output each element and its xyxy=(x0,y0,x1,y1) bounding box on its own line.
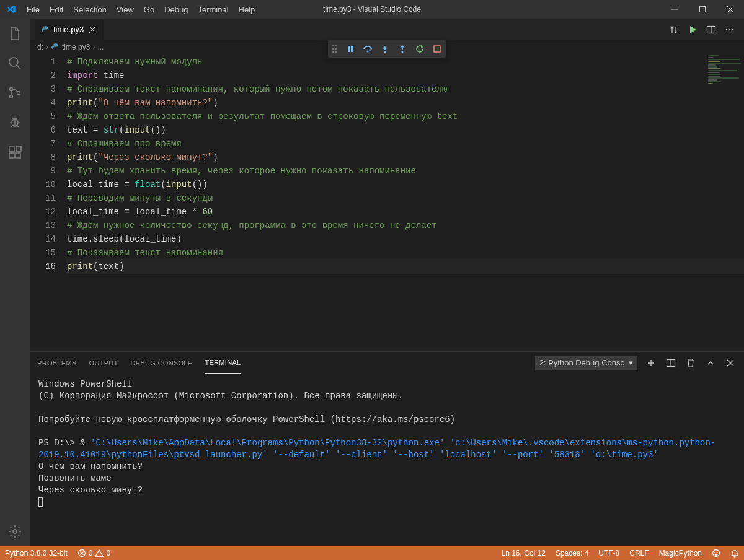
svg-point-4 xyxy=(17,92,20,95)
status-eol[interactable]: CRLF xyxy=(624,546,653,560)
code-line[interactable]: # Ждём нужное количество секунд, програм… xyxy=(67,219,744,232)
debug-pause-button[interactable] xyxy=(342,40,359,58)
svg-point-13 xyxy=(729,28,731,30)
window-maximize-button[interactable] xyxy=(688,0,716,19)
svg-point-3 xyxy=(10,95,13,98)
debug-toolbar-grip-icon[interactable] xyxy=(328,44,342,54)
terminal-command: 'C:\Users\Mike\AppData\Local\Programs\Py… xyxy=(38,438,715,460)
panel-tab-problems[interactable]: PROBLEMS xyxy=(37,352,77,374)
split-terminal-button[interactable] xyxy=(665,357,677,369)
code-lines[interactable]: # Подключаем нужный модульimport time# С… xyxy=(67,54,744,351)
code-line[interactable]: text = str(input()) xyxy=(67,123,744,137)
line-number: 13 xyxy=(30,219,56,232)
debug-step-into-button[interactable] xyxy=(376,40,394,58)
svg-rect-7 xyxy=(9,153,14,158)
code-line[interactable]: local_time = local_time * 60 xyxy=(67,205,744,219)
activity-settings-icon[interactable] xyxy=(0,517,30,546)
activity-extensions-icon[interactable] xyxy=(0,138,30,167)
debug-step-over-button[interactable] xyxy=(359,40,376,58)
line-number: 1 xyxy=(30,55,56,69)
panel-tab-debug-console[interactable]: DEBUG CONSOLE xyxy=(131,352,193,374)
run-icon[interactable] xyxy=(686,19,699,40)
activity-debug-icon[interactable] xyxy=(0,108,30,138)
menu-go[interactable]: Go xyxy=(139,0,159,19)
svg-point-14 xyxy=(732,28,734,30)
code-line[interactable]: time.sleep(local_time) xyxy=(67,232,744,246)
panel-tab-output[interactable]: OUTPUT xyxy=(89,352,118,374)
svg-rect-22 xyxy=(351,46,353,52)
activity-search-icon[interactable] xyxy=(0,48,30,78)
code-line[interactable]: print("О чём вам напомнить?") xyxy=(67,96,744,110)
status-python-version[interactable]: Python 3.8.0 32-bit xyxy=(0,546,73,560)
breadcrumb-root[interactable]: d: xyxy=(37,43,43,51)
split-editor-icon[interactable] xyxy=(704,19,718,40)
status-indentation[interactable]: Spaces: 4 xyxy=(551,546,593,560)
code-line[interactable]: # Спрашиваем про время xyxy=(67,137,744,151)
terminal-cursor xyxy=(38,496,735,508)
line-number: 5 xyxy=(30,110,56,123)
line-number: 8 xyxy=(30,151,56,164)
svg-rect-9 xyxy=(16,146,21,151)
code-line[interactable]: local_time = float(input()) xyxy=(67,178,744,191)
menu-view[interactable]: View xyxy=(112,0,139,19)
code-line[interactable]: import time xyxy=(67,69,744,82)
code-editor[interactable]: 12345678910111213141516 # Подключаем нуж… xyxy=(30,54,744,351)
svg-point-1 xyxy=(9,58,18,66)
panel-maximize-button[interactable] xyxy=(704,357,717,369)
more-actions-icon[interactable] xyxy=(723,19,737,40)
code-line[interactable]: print(text) xyxy=(67,260,744,273)
status-language-mode[interactable]: MagicPython xyxy=(654,546,707,560)
svg-point-12 xyxy=(726,28,728,30)
svg-rect-8 xyxy=(16,153,20,158)
window-minimize-button[interactable] xyxy=(660,0,688,19)
panel: PROBLEMS OUTPUT DEBUG CONSOLE TERMINAL 2… xyxy=(30,351,744,546)
status-encoding[interactable]: UTF-8 xyxy=(593,546,624,560)
menu-debug[interactable]: Debug xyxy=(159,0,193,19)
status-notifications-icon[interactable] xyxy=(725,546,744,560)
status-feedback-icon[interactable] xyxy=(707,546,725,560)
line-number: 10 xyxy=(30,178,56,191)
kill-terminal-button[interactable] xyxy=(684,357,697,369)
breadcrumb-file[interactable]: time.py3 xyxy=(62,43,90,51)
svg-point-17 xyxy=(332,48,334,50)
menu-edit[interactable]: Edit xyxy=(45,0,68,19)
debug-stop-button[interactable] xyxy=(428,40,446,58)
tab-close-button[interactable] xyxy=(87,25,97,35)
new-terminal-button[interactable] xyxy=(645,357,657,369)
menu-selection[interactable]: Selection xyxy=(68,0,111,19)
menu-bar: File Edit Selection View Go Debug Termin… xyxy=(22,0,260,19)
activity-source-control-icon[interactable] xyxy=(0,78,30,108)
tab-time-py3[interactable]: time.py3 xyxy=(35,19,104,40)
status-cursor-position[interactable]: Ln 16, Col 12 xyxy=(497,546,551,560)
debug-restart-button[interactable] xyxy=(411,40,428,58)
code-line[interactable]: # Показываем текст напоминания xyxy=(67,246,744,260)
menu-terminal[interactable]: Terminal xyxy=(193,0,233,19)
terminal-line: PS D:\> & 'C:\Users\Mike\AppData\Local\P… xyxy=(38,437,735,461)
code-line[interactable]: print("Через сколько минут?") xyxy=(67,151,744,164)
svg-point-25 xyxy=(402,51,404,53)
window-controls xyxy=(660,0,744,19)
menu-help[interactable]: Help xyxy=(234,0,260,19)
terminal[interactable]: Windows PowerShell (C) Корпорация Майкро… xyxy=(30,374,744,546)
menu-file[interactable]: File xyxy=(22,0,45,19)
code-line[interactable]: # Переводим минуты в секунды xyxy=(67,191,744,205)
svg-point-19 xyxy=(332,51,334,53)
panel-close-button[interactable] xyxy=(724,357,737,369)
code-line[interactable]: # Ждём ответа пользователя и результат п… xyxy=(67,110,744,123)
compare-changes-icon[interactable] xyxy=(667,19,681,40)
debug-step-out-button[interactable] xyxy=(394,40,411,58)
svg-point-15 xyxy=(332,45,334,46)
debug-toolbar[interactable] xyxy=(328,40,446,58)
window-close-button[interactable] xyxy=(716,0,744,19)
activity-explorer-icon[interactable] xyxy=(0,19,30,48)
breadcrumb-ellipsis[interactable]: ... xyxy=(97,43,104,51)
code-line[interactable]: # Тут будем хранить время, через которое… xyxy=(67,164,744,178)
status-bar: Python 3.8.0 32-bit 0 0 Ln 16, Col 12 Sp… xyxy=(0,546,744,560)
terminal-selector-dropdown[interactable]: 2: Python Debug Consc xyxy=(535,356,637,370)
status-problems[interactable]: 0 0 xyxy=(73,546,115,560)
window-title: time.py3 - Visual Studio Code xyxy=(323,5,421,14)
line-number: 2 xyxy=(30,69,56,82)
panel-tab-terminal[interactable]: TERMINAL xyxy=(205,352,241,374)
code-line[interactable]: # Спрашиваем текст напоминания, который … xyxy=(67,82,744,96)
svg-point-20 xyxy=(335,51,337,53)
